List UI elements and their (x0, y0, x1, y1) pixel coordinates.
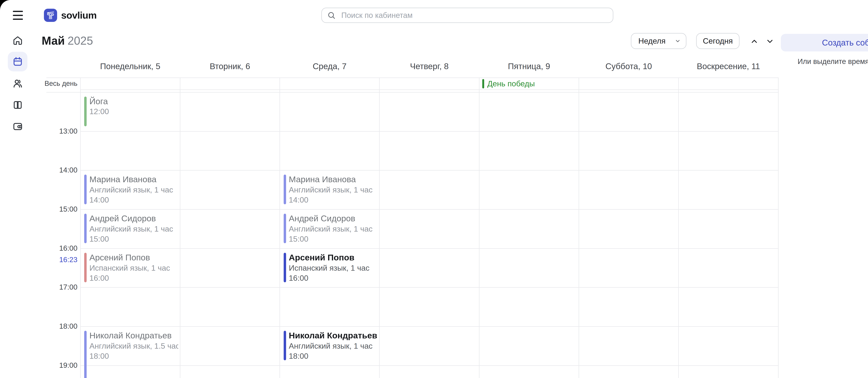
grid-line (46, 78, 778, 78)
event-color-bar (284, 253, 286, 283)
event-title: Йога (89, 96, 174, 107)
event-color-bar (284, 331, 286, 360)
day-header: Вторник, 6 (180, 61, 280, 71)
grid-line (81, 287, 778, 288)
event-card[interactable]: Марина ИвановаАнглийский язык, 1 час14:0… (280, 170, 378, 209)
day-header: Среда, 7 (280, 61, 379, 71)
hour-label: 13:00 (26, 127, 78, 135)
all-day-event-title: День победы (487, 79, 535, 88)
event-title: Андрей Сидоров (89, 213, 174, 224)
grid-line (81, 365, 778, 366)
event-color-bar (84, 96, 87, 126)
all-day-event[interactable]: День победы (482, 79, 535, 89)
grid-line (180, 78, 180, 378)
event-color-bar (84, 331, 87, 378)
event-card[interactable]: Николай КондратьевАнглийский язык, 1.5 ч… (81, 326, 178, 378)
hour-label: 19:00 (26, 361, 78, 370)
grid-line (579, 78, 579, 378)
event-color-bar (482, 79, 484, 88)
event-subtitle: Испанский язык, 1 час (289, 263, 374, 273)
event-color-bar (84, 253, 87, 283)
day-header: Четверг, 8 (379, 61, 479, 71)
event-title: Николай Кондратьев (289, 330, 374, 341)
event-subtitle: Английский язык, 1 час (89, 224, 174, 234)
event-time: 14:00 (289, 195, 374, 205)
calendar-grid[interactable]: Понедельник, 5Вторник, 6Среда, 7Четверг,… (0, 0, 868, 378)
day-header: Суббота, 10 (579, 61, 678, 71)
grid-line (379, 78, 380, 378)
hour-label: 15:00 (26, 205, 78, 213)
event-title: Арсений Попов (89, 252, 174, 263)
event-time: 14:00 (89, 195, 174, 205)
event-subtitle: Английский язык, 1 час (289, 224, 374, 234)
event-color-bar (284, 214, 286, 243)
event-card[interactable]: Андрей СидоровАнглийский язык, 1 час15:0… (280, 209, 378, 248)
event-time: 15:00 (289, 234, 374, 244)
event-card[interactable]: Арсений ПоповИспанский язык, 1 час16:00 (280, 248, 378, 287)
event-card[interactable]: Андрей СидоровАнглийский язык, 1 час15:0… (81, 209, 178, 248)
event-title: Арсений Попов (289, 252, 374, 263)
grid-line (81, 326, 778, 327)
event-title: Андрей Сидоров (289, 213, 374, 224)
event-title: Марина Иванова (89, 174, 174, 185)
event-subtitle: Английский язык, 1 час (89, 185, 174, 195)
grid-line (778, 78, 779, 378)
grid-line (678, 78, 679, 378)
grid-line (81, 248, 778, 249)
event-title: Марина Иванова (289, 174, 374, 185)
day-header: Пятница, 9 (479, 61, 579, 71)
event-time: 16:00 (289, 273, 374, 283)
event-color-bar (84, 214, 87, 243)
event-time: 18:00 (289, 351, 374, 361)
day-header: Понедельник, 5 (81, 61, 180, 71)
event-time: 16:00 (89, 273, 174, 283)
app-window: sovlium (0, 0, 868, 378)
all-day-label: Весь день (26, 80, 78, 87)
day-header: Воскресение, 11 (679, 61, 778, 71)
event-subtitle: Английский язык, 1 час (289, 185, 374, 195)
event-color-bar (84, 175, 87, 204)
event-card[interactable]: Арсений ПоповИспанский язык, 1 час16:00 (81, 248, 178, 287)
current-time-label: 16:23 (26, 256, 78, 264)
hour-label: 14:00 (26, 166, 78, 174)
event-subtitle: Английский язык, 1.5 часа (89, 341, 174, 351)
grid-line (81, 209, 778, 210)
event-title: Николай Кондратьев (89, 330, 174, 341)
grid-line (81, 89, 778, 90)
event-time: 12:00 (89, 107, 174, 116)
event-color-bar (284, 175, 286, 204)
event-card[interactable]: Марина ИвановаАнглийский язык, 1 час14:0… (81, 170, 178, 209)
event-card[interactable]: Николай КондратьевАнглийский язык, 1 час… (280, 326, 378, 365)
event-time: 15:00 (89, 234, 174, 244)
event-subtitle: Испанский язык, 1 час (89, 263, 174, 273)
grid-line (81, 131, 778, 132)
hour-label: 18:00 (26, 322, 78, 330)
event-card[interactable]: Йога12:00 (81, 92, 178, 131)
hour-label: 17:00 (26, 283, 78, 291)
event-time: 18:00 (89, 351, 174, 361)
hour-label: 16:00 (26, 244, 78, 253)
event-subtitle: Английский язык, 1 час (289, 341, 374, 351)
grid-line (479, 78, 479, 378)
grid-line (81, 170, 778, 171)
